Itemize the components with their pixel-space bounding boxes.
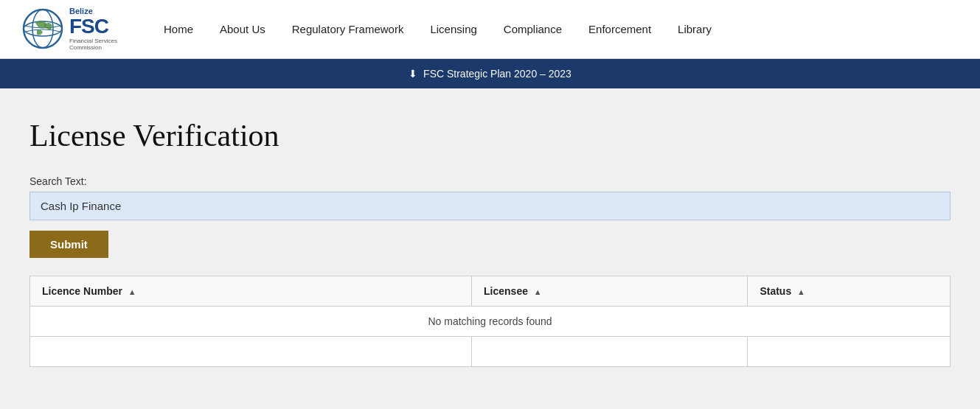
- no-records-message: No matching records found: [30, 307, 951, 337]
- logo-text: Belize FSC Financial Services Commission: [69, 7, 128, 51]
- table-body: No matching records found: [30, 307, 951, 367]
- nav-compliance[interactable]: Compliance: [490, 0, 575, 59]
- nav-licensing[interactable]: Licensing: [417, 0, 490, 59]
- sort-arrow-license: ▲: [128, 287, 136, 296]
- table-row-empty: [30, 337, 951, 367]
- site-header: Belize FSC Financial Services Commission…: [0, 0, 980, 59]
- search-label: Search Text:: [29, 175, 951, 187]
- sort-arrow-status: ▲: [797, 287, 805, 296]
- no-records-row: No matching records found: [30, 307, 951, 337]
- download-icon: ⬇: [409, 68, 417, 80]
- logo-link[interactable]: Belize FSC Financial Services Commission: [22, 7, 128, 51]
- banner-text: FSC Strategic Plan 2020 – 2023: [423, 68, 571, 80]
- nav-library[interactable]: Library: [664, 0, 725, 59]
- col-header-status[interactable]: Status ▲: [748, 276, 951, 307]
- results-table: Licence Number ▲ Licensee ▲ Status ▲ No …: [29, 276, 951, 367]
- col-header-license[interactable]: Licence Number ▲: [30, 276, 472, 307]
- strategic-plan-banner[interactable]: ⬇ FSC Strategic Plan 2020 – 2023: [0, 59, 980, 88]
- nav-about[interactable]: About Us: [206, 0, 279, 59]
- search-input[interactable]: [29, 192, 951, 220]
- table-header: Licence Number ▲ Licensee ▲ Status ▲: [30, 276, 951, 307]
- nav-home[interactable]: Home: [150, 0, 206, 59]
- col-header-licensee[interactable]: Licensee ▲: [472, 276, 748, 307]
- logo-subtitle-label: Financial Services Commission: [69, 38, 128, 52]
- main-nav: Home About Us Regulatory Framework Licen…: [150, 0, 725, 59]
- page-title: License Verification: [29, 118, 951, 153]
- logo-fsc-label: FSC: [69, 15, 128, 38]
- submit-button[interactable]: Submit: [29, 231, 108, 258]
- nav-enforcement[interactable]: Enforcement: [575, 0, 664, 59]
- sort-arrow-licensee: ▲: [534, 287, 542, 296]
- nav-regulatory[interactable]: Regulatory Framework: [279, 0, 417, 59]
- main-content: License Verification Search Text: Submit…: [0, 88, 980, 383]
- logo-globe-icon: [22, 8, 63, 49]
- svg-point-0: [24, 10, 62, 48]
